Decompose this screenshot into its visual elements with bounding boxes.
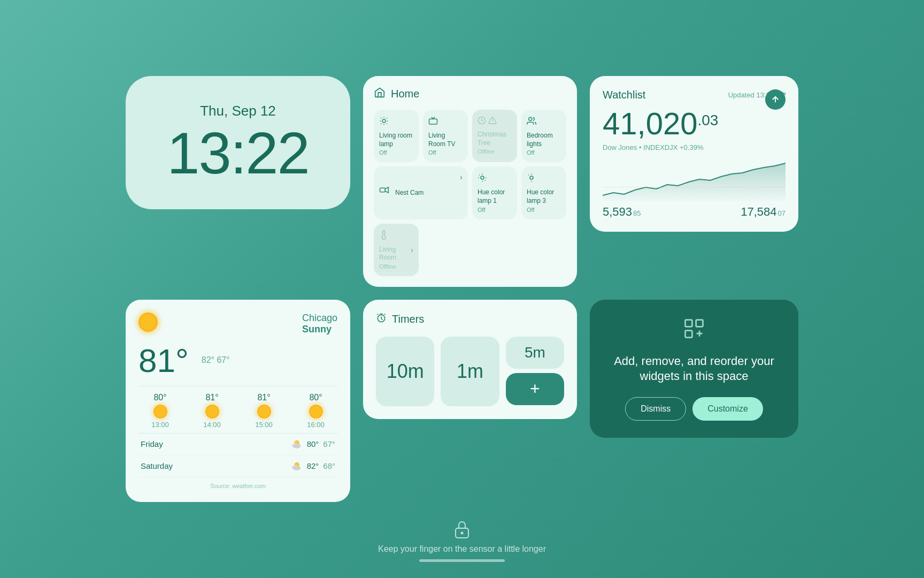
living-room-heat-name: Living Room	[379, 246, 411, 262]
weather-main-row: 81° 82° 67°	[138, 339, 337, 379]
svg-line-26	[528, 175, 529, 176]
timer-add-button[interactable]: +	[506, 373, 564, 405]
home-widget: Home Living room lamp Off	[363, 76, 577, 287]
weather-location-condition: Chicago Sunny	[302, 313, 337, 335]
nest-cam-arrow: ›	[460, 173, 463, 181]
lock-icon	[453, 520, 471, 539]
weather-hourly: 80° 13:00 81° 14:00 81° 15:00 80° 16:00	[138, 386, 337, 429]
christmas-tree-name: Christmas Tree	[478, 131, 512, 147]
watchlist-index-1: 5,593 85	[603, 205, 641, 219]
hue-lamp-1-icon	[478, 173, 487, 185]
svg-point-34	[293, 466, 301, 470]
weather-top: Chicago Sunny	[138, 313, 337, 335]
hour-sun-2	[205, 405, 219, 419]
svg-line-4	[387, 124, 387, 124]
watchlist-widget: Watchlist Updated 13:21 41,020 .03 Dow J…	[590, 76, 798, 232]
svg-rect-37	[696, 320, 703, 326]
device-christmas-tree[interactable]: Christmas Tree Offline	[472, 110, 517, 162]
index1-value: 5,593	[603, 205, 632, 219]
clock-date: Thu, Sep 12	[200, 103, 276, 119]
warning-icon	[488, 116, 497, 127]
timer-icon	[376, 313, 387, 326]
device-bedroom-lights[interactable]: Bedroom lights Off	[521, 110, 566, 162]
svg-line-20	[485, 180, 486, 181]
hue-lamp-3-icon	[527, 173, 536, 185]
home-header: Home	[374, 87, 566, 101]
clock-icon	[478, 116, 486, 127]
svg-marker-15	[385, 187, 388, 193]
timers-widget: Timers 10m 1m 5m +	[363, 300, 577, 419]
watchlist-chart	[603, 158, 786, 201]
hue-lamp-3-name: Hue color lamp 3	[527, 188, 561, 205]
svg-rect-38	[686, 330, 692, 337]
hue-lamp-1-name: Hue color lamp 1	[478, 188, 512, 205]
watchlist-header: Watchlist Updated 13:21	[603, 89, 786, 101]
watchlist-value-decimal: .03	[697, 112, 718, 129]
living-room-heat-arrow: ›	[411, 246, 413, 254]
watchlist-bottom: 5,593 85 17,584 07	[603, 205, 786, 219]
saturday-icon	[290, 460, 303, 473]
watchlist-subtitle: Dow Jones • INDEXDJX +0.39%	[603, 143, 786, 151]
add-widget-panel: Add, remove, and reorder your widgets in…	[590, 300, 798, 438]
clock-time: 13:22	[167, 124, 309, 182]
timers-title: Timers	[392, 313, 424, 325]
device-living-room-heat[interactable]: Living Room › Offline	[374, 224, 419, 276]
device-hue-lamp-1[interactable]: Hue color lamp 1 Off	[472, 166, 517, 219]
timer-10m[interactable]: 10m	[376, 337, 434, 406]
hue-lamp-3-status: Off	[527, 207, 534, 213]
add-widget-icon	[682, 317, 706, 345]
watchlist-up-button[interactable]	[765, 89, 786, 110]
weather-condition: Sunny	[302, 324, 337, 335]
index2-sub: 07	[778, 209, 786, 217]
weather-forecast: Friday 80° 67° Saturday 82° 68°	[138, 433, 337, 477]
bedroom-lights-name: Bedroom lights	[527, 132, 561, 148]
watchlist-index-2: 17,584 07	[741, 205, 786, 219]
watchlist-value-main: 41,020	[603, 105, 697, 141]
device-nest-cam[interactable]: Nest Cam ›	[374, 166, 468, 219]
hour-sun-3	[257, 405, 271, 419]
svg-point-23	[530, 176, 533, 179]
nest-cam-name: Nest Cam	[395, 189, 424, 197]
bedroom-lights-icon	[527, 116, 536, 128]
svg-rect-14	[380, 188, 386, 192]
lamp-icon	[379, 116, 389, 128]
hour-sun-1	[153, 405, 167, 419]
weather-day-saturday: Saturday 82° 68°	[138, 455, 337, 477]
lock-hint-text: Keep your finger on the sensor a little …	[378, 544, 546, 554]
tv-icon	[428, 116, 438, 128]
hue-lamp-1-status: Off	[478, 207, 485, 213]
device-living-room-lamp[interactable]: Living room lamp Off	[374, 110, 419, 162]
watchlist-title: Watchlist	[603, 89, 645, 101]
dismiss-button[interactable]: Dismiss	[625, 397, 686, 421]
svg-point-40	[461, 532, 464, 535]
svg-line-7	[381, 124, 381, 124]
svg-rect-9	[429, 119, 437, 124]
living-room-lamp-status: Off	[379, 149, 387, 156]
clock-widget: Thu, Sep 12 13:22	[126, 76, 350, 209]
weather-source: Source: weather.com	[138, 483, 337, 489]
living-room-tv-name: Living Room TV	[428, 132, 463, 148]
sun-icon	[138, 313, 158, 332]
svg-line-3	[381, 118, 381, 118]
device-living-room-tv[interactable]: Living Room TV Off	[423, 110, 468, 162]
lock-screen-bottom: Keep your finger on the sensor a little …	[378, 520, 546, 562]
timers-grid: 10m 1m 5m +	[376, 337, 564, 406]
living-room-tv-status: Off	[428, 149, 436, 156]
timer-5m[interactable]: 5m	[506, 337, 564, 369]
device-hue-lamp-3[interactable]: Hue color lamp 3 Off	[521, 166, 566, 219]
nest-cam-icon	[379, 185, 389, 197]
svg-point-31	[293, 444, 301, 448]
add-widget-text: Add, remove, and reorder your widgets in…	[607, 354, 781, 384]
lock-bar	[419, 559, 505, 562]
customize-button[interactable]: Customize	[692, 397, 763, 421]
weather-hour-4: 80° 16:00	[294, 393, 337, 429]
friday-icon	[290, 438, 303, 451]
weather-temp: 81°	[138, 341, 189, 379]
weather-location: Chicago	[302, 313, 337, 324]
timer-1m[interactable]: 1m	[441, 337, 499, 406]
hour-sun-4	[309, 405, 323, 419]
weather-hour-3: 81° 15:00	[242, 393, 286, 429]
christmas-tree-status: Offline	[478, 148, 495, 155]
home-devices-grid: Living room lamp Off Living Room TV Off	[374, 110, 566, 276]
home-icon	[374, 87, 386, 101]
